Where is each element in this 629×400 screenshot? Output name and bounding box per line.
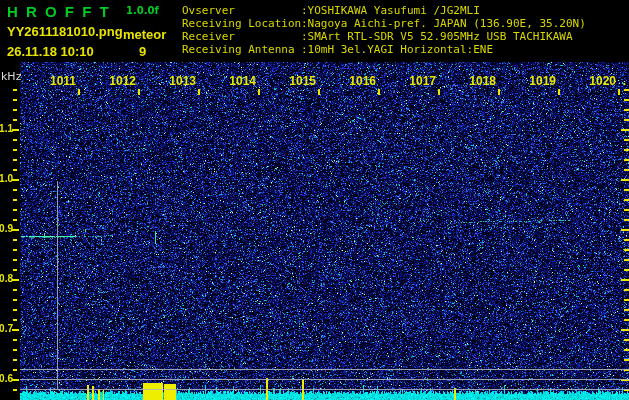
level-line [20,369,629,370]
y-minor-tick-left [13,89,17,91]
y-minor-tick-left [13,209,17,211]
y-minor-tick-left [13,99,17,101]
x-tick [318,89,320,95]
x-tick [618,89,620,95]
x-tick [498,89,500,95]
minute-count: 9 [139,44,146,59]
y-minor-tick-left [13,189,17,191]
y-major-tick-right [621,329,629,331]
y-minor-tick-left [13,319,17,321]
y-major-tick-left [12,379,19,381]
y-axis-unit-label: kHz [1,70,21,83]
y-minor-tick-left [13,349,17,351]
info-label: Receiving Location [182,17,301,30]
info-value: :Nagoya Aichi-pref. JAPAN (136.90E, 35.2… [301,17,586,30]
y-major-tick-left [12,329,19,331]
y-major-tick-left [12,279,19,281]
y-minor-tick-left [13,249,17,251]
y-major-tick-left [12,179,19,181]
y-minor-tick-right [624,109,629,111]
y-minor-tick-right [624,269,629,271]
y-minor-tick-right [624,169,629,171]
app-version: 1.0.0f [126,5,159,16]
y-minor-tick-right [624,199,629,201]
y-minor-tick-left [13,149,17,151]
x-tick-label: 1020 [589,74,616,88]
y-minor-tick-right [624,89,629,91]
y-minor-tick-left [13,219,17,221]
y-minor-tick-right [624,289,629,291]
info-label: Ovserver [182,4,301,17]
y-minor-tick-right [624,249,629,251]
station-info-block: Ovserver :YOSHIKAWA Yasufumi /JG2MLI Rec… [182,4,629,56]
info-label: Receiver [182,30,301,43]
y-minor-tick-right [624,159,629,161]
y-minor-tick-right [624,309,629,311]
y-minor-tick-right [624,259,629,261]
y-minor-tick-right [624,99,629,101]
y-minor-tick-right [624,299,629,301]
time-cursor-line [57,181,58,390]
y-major-tick-right [621,229,629,231]
y-major-tick-right [621,129,629,131]
info-value: :SMArt RTL-SDR V5 52.905MHz USB TACHIKAW… [301,30,573,43]
y-major-tick-left [12,229,19,231]
x-tick [198,89,200,95]
info-label: Receiving Antenna [182,43,301,56]
y-minor-tick-right [624,149,629,151]
y-minor-tick-right [624,139,629,141]
y-minor-tick-left [13,119,17,121]
mode-label: meteor [123,27,166,42]
datetime-label: 26.11.18 10:10 [7,44,94,59]
x-tick-label: 1018 [469,74,496,88]
y-minor-tick-left [13,159,17,161]
y-minor-tick-left [13,139,17,141]
y-minor-tick-left [13,289,17,291]
x-axis-trailing-label: . [623,74,626,88]
y-minor-tick-left [13,169,17,171]
y-minor-tick-right [624,349,629,351]
info-row-antenna: Receiving Antenna :10mH 3el.YAGI Horizon… [182,43,629,56]
y-minor-tick-right [624,339,629,341]
x-tick-label: 1016 [349,74,376,88]
x-tick [138,89,140,95]
x-tick-label: 1012 [109,74,136,88]
x-tick-label: 1015 [289,74,316,88]
info-value: :YOSHIKAWA Yasufumi /JG2MLI [301,4,480,17]
y-minor-tick-left [13,259,17,261]
y-minor-tick-left [13,109,17,111]
y-minor-tick-left [13,339,17,341]
y-minor-tick-left [13,239,17,241]
x-tick [78,89,80,95]
y-minor-tick-right [624,219,629,221]
y-minor-tick-left [13,199,17,201]
plot-overlay: H R O F F T 1.0.0f YY2611181010.png mete… [0,0,629,400]
output-filename: YY2611181010.png [7,24,123,39]
x-tick [558,89,560,95]
app-title: H R O F F T [7,3,111,20]
x-tick-label: 1019 [529,74,556,88]
y-major-tick-left [12,129,19,131]
x-tick-label: 1017 [409,74,436,88]
info-row-location: Receiving Location :Nagoya Aichi-pref. J… [182,17,629,30]
info-row-observer: Ovserver :YOSHIKAWA Yasufumi /JG2MLI [182,4,629,17]
x-tick-label: 1014 [229,74,256,88]
x-tick-label: 1011 [50,74,76,88]
y-minor-tick-right [624,239,629,241]
info-row-receiver: Receiver :SMArt RTL-SDR V5 52.905MHz USB… [182,30,629,43]
level-line [20,389,629,390]
y-minor-tick-right [624,359,629,361]
y-minor-tick-left [13,309,17,311]
y-minor-tick-left [13,299,17,301]
x-tick [438,89,440,95]
y-minor-tick-right [624,319,629,321]
x-tick [378,89,380,95]
y-minor-tick-left [13,359,17,361]
y-minor-tick-right [624,209,629,211]
y-minor-tick-right [624,119,629,121]
x-tick [258,89,260,95]
hrofft-window: { "header": { "title": "H R O F F T", "v… [0,0,629,400]
info-value: :10mH 3el.YAGI Horizontal:ENE [301,43,493,56]
y-minor-tick-left [13,369,17,371]
y-minor-tick-right [624,189,629,191]
